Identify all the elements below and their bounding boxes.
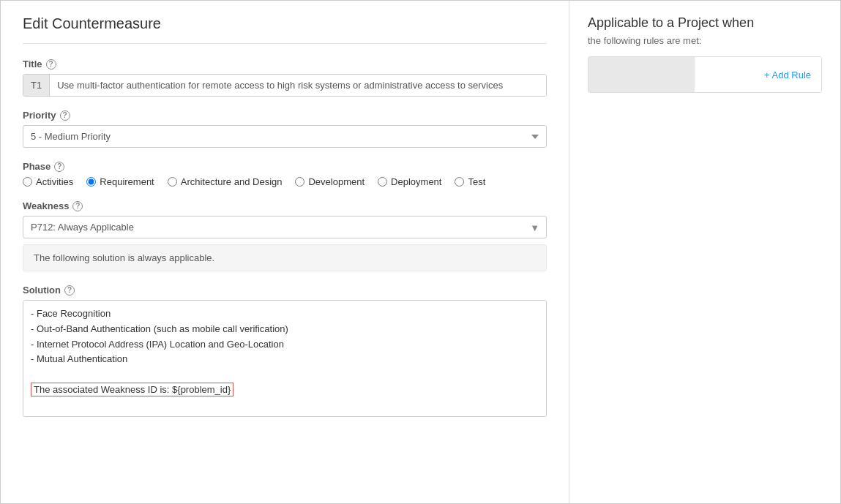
solution-display: - Face Recognition - Out-of-Band Authent… (23, 300, 547, 417)
weakness-note: The following solution is always applica… (23, 244, 547, 271)
title-input[interactable] (50, 75, 546, 96)
weakness-help-icon[interactable]: ? (72, 201, 83, 211)
priority-help-icon[interactable]: ? (60, 110, 70, 121)
phase-field-group: Phase ? Activities Requirement Architect… (23, 161, 547, 187)
weakness-field-group: Weakness ? P712: Always Applicable ▼ The… (23, 200, 547, 271)
page-title: Edit Countermeasure (23, 15, 547, 44)
applicable-title: Applicable to a Project when (588, 15, 822, 31)
phase-label: Phase ? (23, 161, 547, 172)
title-prefix: T1 (23, 75, 50, 96)
title-input-wrapper: T1 (23, 74, 547, 97)
phase-help-icon[interactable]: ? (54, 162, 64, 172)
right-panel: Applicable to a Project when the followi… (569, 1, 840, 503)
solution-label: Solution ? (23, 285, 547, 296)
weakness-label: Weakness ? (23, 200, 547, 211)
title-field-group: Title ? T1 (23, 59, 547, 97)
phase-options: Activities Requirement Architecture and … (23, 176, 547, 187)
priority-field-group: Priority ? 5 - Medium Priority (23, 110, 547, 148)
applicable-subtitle: the following rules are met: (588, 35, 822, 46)
phase-option-requirement[interactable]: Requirement (86, 176, 154, 187)
add-rule-button[interactable]: + Add Rule (764, 69, 811, 80)
title-label: Title ? (23, 59, 547, 69)
solution-field-group: Solution ? - Face Recognition - Out-of-B… (23, 285, 547, 417)
solution-help-icon[interactable]: ? (64, 285, 75, 296)
phase-option-test[interactable]: Test (455, 176, 485, 187)
priority-label: Priority ? (23, 110, 547, 121)
title-help-icon[interactable]: ? (46, 59, 56, 69)
phase-option-deployment[interactable]: Deployment (378, 176, 441, 187)
rules-left-area (588, 57, 695, 92)
phase-option-architecture[interactable]: Architecture and Design (168, 176, 283, 187)
phase-option-development[interactable]: Development (295, 176, 365, 187)
priority-select[interactable]: 5 - Medium Priority (23, 125, 547, 148)
weakness-select[interactable]: P712: Always Applicable (23, 216, 547, 238)
weakness-select-wrapper: P712: Always Applicable ▼ (23, 216, 547, 238)
rules-area: + Add Rule (588, 56, 822, 93)
rules-right-area: + Add Rule (695, 57, 821, 92)
phase-option-activities[interactable]: Activities (23, 176, 73, 187)
